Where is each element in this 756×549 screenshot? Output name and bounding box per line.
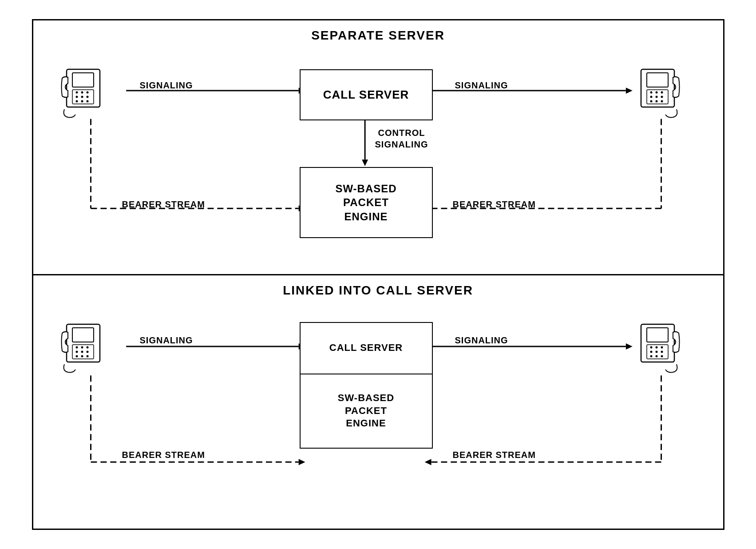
control-label: CONTROLSIGNALING [375,128,428,149]
svg-point-18 [86,92,88,94]
bottom-panel-title: LINKED INTO CALL SERVER [283,283,473,298]
svg-point-67 [661,350,663,353]
svg-point-63 [655,346,657,348]
bottom-panel: LINKED INTO CALL SERVER [33,275,723,529]
top-sw-engine-box: SW-BASEDPACKETENGINE [300,167,433,238]
svg-point-64 [661,346,663,348]
svg-point-23 [81,100,83,103]
svg-point-56 [75,355,78,357]
svg-point-51 [81,346,83,348]
bottom-bearer-right-label: BEARER STREAM [453,450,536,460]
svg-point-65 [650,350,652,353]
right-phone-bottom [634,320,683,373]
svg-point-19 [75,96,78,98]
bottom-signaling-left-label: SIGNALING [140,335,193,346]
svg-rect-48 [72,328,94,342]
svg-point-62 [650,346,652,348]
svg-point-54 [81,350,83,353]
top-call-server-label: CALL SERVER [323,88,409,103]
top-bearer-right-label: BEARER STREAM [453,199,536,210]
svg-point-58 [86,355,88,357]
svg-point-50 [75,346,78,348]
top-bearer-left-label: BEARER STREAM [122,199,205,210]
top-diagram-area: CALL SERVER CONTROLSIGNALING SW-BASEDPAC… [33,43,723,274]
svg-marker-3 [625,88,632,94]
svg-point-22 [75,100,78,103]
svg-point-36 [661,100,663,103]
svg-point-20 [81,96,83,98]
top-panel-title: SEPARATE SERVER [311,28,445,43]
bottom-call-server-label: CALL SERVER [329,342,403,354]
left-phone-top [60,65,109,118]
top-panel: SEPARATE SERVER [33,20,723,275]
svg-marker-43 [298,459,305,465]
svg-point-29 [655,92,657,94]
svg-point-52 [86,346,88,348]
diagram-container: SEPARATE SERVER [32,19,724,530]
bottom-bearer-left-label: BEARER STREAM [122,450,205,460]
svg-point-66 [655,350,657,353]
left-phone-bottom [60,320,109,373]
bottom-diagram-area: CALL SERVER SW-BASEDPACKETENGINE SIGNALI… [33,298,723,529]
top-call-server-box: CALL SERVER [300,69,433,120]
svg-point-16 [75,92,78,94]
svg-rect-14 [72,73,94,87]
svg-point-24 [86,100,88,103]
svg-point-31 [650,96,652,98]
svg-marker-45 [424,459,431,465]
svg-point-35 [655,100,657,103]
top-signaling-right-label: SIGNALING [455,80,508,91]
svg-point-17 [81,92,83,94]
svg-point-32 [655,96,657,98]
svg-point-69 [655,355,657,357]
svg-marker-40 [625,343,632,350]
top-signaling-left-label: SIGNALING [140,80,193,91]
svg-point-70 [661,355,663,357]
svg-marker-6 [362,159,368,166]
svg-rect-60 [647,328,668,342]
bottom-sw-engine-section: SW-BASEDPACKETENGINE [301,374,432,448]
bottom-sw-engine-label: SW-BASEDPACKETENGINE [338,392,394,430]
right-phone-top [634,65,683,118]
svg-point-33 [661,96,663,98]
bottom-combined-box: CALL SERVER SW-BASEDPACKETENGINE [300,322,433,449]
svg-point-30 [661,92,663,94]
svg-point-34 [650,100,652,103]
svg-point-68 [650,355,652,357]
bottom-call-server-section: CALL SERVER [301,323,432,374]
svg-point-55 [86,350,88,353]
svg-point-53 [75,350,78,353]
bottom-signaling-right-label: SIGNALING [455,335,508,346]
svg-rect-26 [647,73,668,87]
svg-point-21 [86,96,88,98]
top-control-signaling-label: CONTROLSIGNALING [375,127,428,150]
top-sw-engine-label: SW-BASEDPACKETENGINE [335,182,396,223]
svg-point-28 [650,92,652,94]
svg-point-57 [81,355,83,357]
